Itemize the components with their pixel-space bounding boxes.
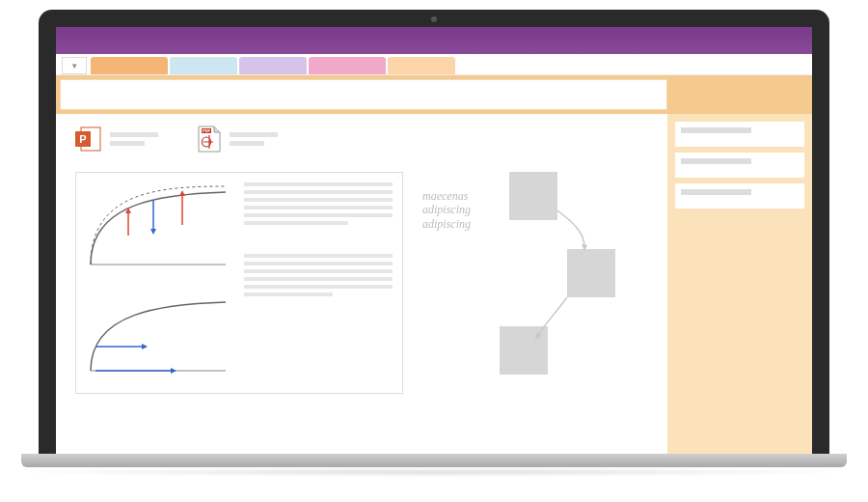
ribbon-content	[60, 79, 667, 110]
section-tab[interactable]	[239, 57, 307, 74]
attachment-label	[110, 132, 158, 150]
pages-panel	[667, 114, 812, 454]
webcam-dot	[431, 16, 437, 22]
content-area: P	[56, 114, 812, 454]
svg-text:P: P	[79, 133, 86, 145]
title-bar	[56, 27, 812, 54]
page-item[interactable]	[675, 153, 804, 178]
powerpoint-icon: P	[75, 126, 102, 156]
ribbon-side	[667, 75, 812, 114]
svg-marker-10	[179, 190, 185, 196]
attachment-label	[230, 132, 278, 150]
embedded-document[interactable]	[75, 172, 403, 394]
svg-marker-15	[582, 244, 587, 251]
svg-marker-16	[535, 332, 542, 340]
page-title-placeholder	[681, 158, 751, 164]
chevron-down-icon: ▾	[72, 61, 77, 70]
ribbon-bar	[56, 75, 812, 114]
doc-paragraph	[244, 254, 393, 296]
section-tabs-row: ▾	[56, 54, 812, 75]
curve-figure-1	[86, 182, 231, 269]
section-tab[interactable]	[388, 57, 455, 74]
laptop-base	[21, 454, 847, 467]
flow-diagram	[471, 172, 664, 394]
notebook-dropdown-button[interactable]: ▾	[62, 57, 87, 74]
page-item[interactable]	[675, 122, 804, 147]
doc-figures-column	[86, 182, 231, 383]
attachments-row: P	[75, 126, 648, 156]
svg-marker-12	[142, 344, 148, 349]
laptop-frame: ▾ P	[39, 10, 829, 454]
attachment-pdf[interactable]: PDF	[197, 126, 278, 156]
flow-arrows	[471, 172, 664, 394]
app-screen: ▾ P	[56, 27, 812, 454]
section-tab[interactable]	[309, 57, 386, 74]
svg-text:PDF: PDF	[203, 128, 211, 133]
page-title-placeholder	[681, 189, 751, 195]
attachment-powerpoint[interactable]: P	[75, 126, 158, 156]
laptop-shadow	[10, 467, 858, 477]
doc-paragraph	[244, 182, 393, 225]
pdf-icon: PDF	[197, 126, 222, 156]
section-tab[interactable]	[91, 57, 168, 74]
curve-figure-2	[86, 289, 231, 376]
doc-text-column	[244, 182, 393, 383]
svg-marker-14	[171, 368, 176, 374]
section-tab[interactable]	[170, 57, 237, 74]
page-item[interactable]	[675, 183, 804, 209]
svg-marker-8	[150, 229, 156, 235]
page-title-placeholder	[681, 127, 751, 133]
note-canvas[interactable]: P	[56, 114, 667, 454]
